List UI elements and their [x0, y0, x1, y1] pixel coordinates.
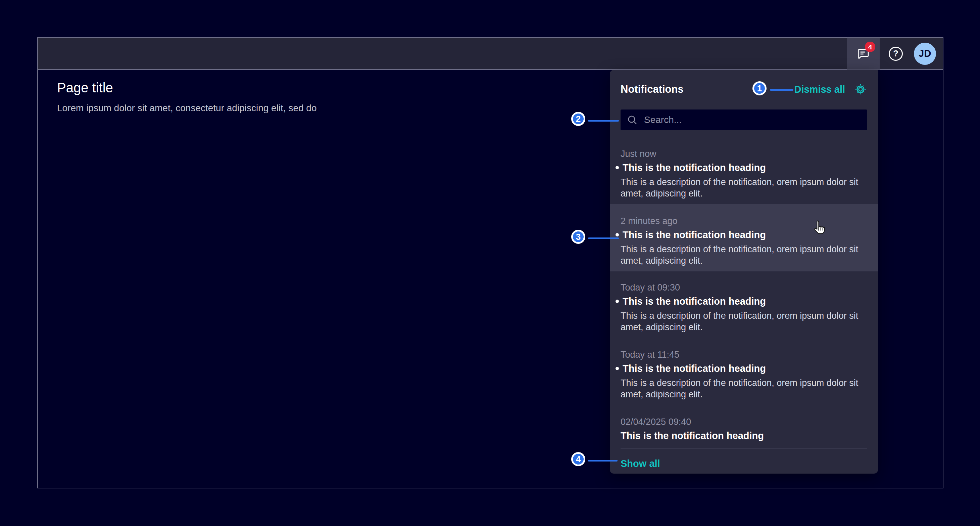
notification-heading: This is the notification heading	[620, 295, 867, 307]
notifications-title: Notifications	[620, 83, 684, 96]
page-title: Page title	[57, 80, 317, 96]
notification-time: 2 minutes ago	[620, 215, 867, 227]
notification-settings-button[interactable]	[854, 83, 867, 96]
notifications-panel-header: Notifications Dismiss all	[620, 83, 867, 96]
notification-search	[620, 110, 867, 130]
unread-dot	[616, 166, 619, 169]
annotation-line	[588, 120, 619, 121]
notification-list: Just now This is the notification headin…	[620, 148, 867, 470]
annotation-marker-4: 4	[571, 452, 585, 466]
notification-description: This is a description of the notificatio…	[620, 176, 867, 199]
notification-item[interactable]: Just now This is the notification headin…	[620, 148, 867, 199]
unread-dot	[616, 233, 619, 236]
notifications-panel: Notifications Dismiss all Just now This …	[610, 70, 878, 473]
notification-time: Today at 11:45	[620, 349, 867, 360]
notification-heading: This is the notification heading	[620, 161, 867, 174]
annotation-line	[588, 237, 619, 239]
notification-item[interactable]: Today at 09:30 This is the notification …	[620, 282, 867, 333]
notification-heading: This is the notification heading	[620, 229, 867, 241]
dismiss-all-button[interactable]: Dismiss all	[794, 84, 845, 95]
page-header: Page title Lorem ipsum dolor sit amet, c…	[57, 80, 317, 113]
notification-time: 02/04/2025 09:40	[620, 416, 867, 427]
search-input[interactable]	[620, 110, 867, 130]
notification-time: Just now	[620, 148, 867, 159]
top-bar: 4 ? JD	[38, 38, 943, 70]
notification-description: This is a description of the notificatio…	[620, 377, 867, 400]
annotation-line	[770, 89, 794, 91]
notification-item[interactable]: Today at 11:45 This is the notification …	[620, 349, 867, 400]
annotation-marker-1: 1	[752, 81, 767, 96]
show-all-button[interactable]: Show all	[620, 457, 660, 470]
unread-dot	[616, 367, 619, 370]
notifications-button[interactable]: 4	[847, 38, 880, 70]
help-button[interactable]: ?	[880, 38, 912, 70]
unread-dot	[616, 300, 619, 303]
notification-item-hovered[interactable]: 2 minutes ago This is the notification h…	[610, 204, 878, 271]
annotation-marker-3: 3	[571, 230, 585, 244]
notification-description: This is a description of the notificatio…	[620, 244, 867, 266]
search-icon	[627, 114, 638, 126]
notification-count-badge: 4	[865, 41, 875, 52]
page-subtitle: Lorem ipsum dolor sit amet, consectetur …	[57, 103, 317, 113]
gear-icon	[854, 83, 867, 96]
notification-description: This is a description of the notificatio…	[620, 310, 867, 333]
notification-item: 2 minutes ago This is the notification h…	[620, 215, 867, 266]
notification-heading: This is the notification heading	[620, 362, 867, 375]
help-icon: ?	[889, 47, 903, 61]
annotation-line	[588, 460, 617, 462]
avatar[interactable]: JD	[914, 43, 936, 65]
notification-heading: This is the notification heading	[620, 430, 867, 442]
notification-item[interactable]: 02/04/2025 09:40 This is the notificatio…	[620, 416, 867, 445]
list-divider	[620, 448, 867, 448]
notification-time: Today at 09:30	[620, 282, 867, 293]
annotation-marker-2: 2	[571, 112, 585, 126]
